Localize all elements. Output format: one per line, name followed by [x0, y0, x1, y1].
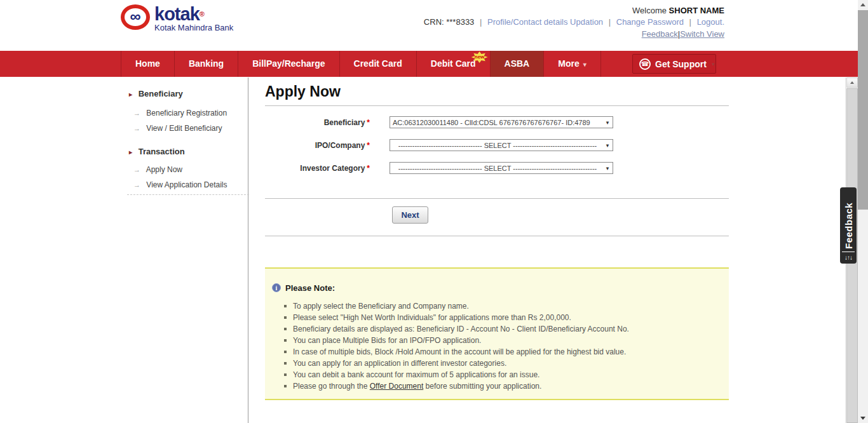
next-button[interactable]: Next — [392, 206, 428, 224]
nav-item-asba[interactable]: ASBA — [491, 51, 545, 77]
note-item: You can place Multiple Bids for an IPO/F… — [284, 335, 716, 346]
note-item: Beneficiary details are displayed as: Be… — [284, 323, 716, 335]
note-item: You can apply for an application in diff… — [284, 358, 716, 369]
feedback-tab[interactable]: Feedback ↓↑↓ — [840, 187, 857, 264]
triangle-bullet-icon: ▸ — [129, 91, 132, 98]
required-asterisk: * — [367, 164, 370, 173]
phone-icon: ☎ — [639, 58, 651, 70]
main-nav-bar: Home Banking BillPay/Recharge Credit Car… — [0, 51, 858, 77]
welcome-label: Welcome — [632, 6, 667, 15]
ipo-company-label: IPO/Company* — [265, 141, 370, 150]
square-bullet-icon — [284, 351, 287, 353]
kotak-logo-icon: ∞ — [121, 4, 150, 30]
sidebar-item-beneficiary-registration[interactable]: → Beneficiary Registration — [133, 109, 227, 117]
crn-label: CRN: ***8333 — [424, 17, 475, 27]
sidebar-section-beneficiary: ▸ Beneficiary — [129, 89, 183, 98]
feedback-tab-label: Feedback — [843, 187, 854, 252]
asba-apply-now-page: ∞ kotak® Kotak Mahindra Bank Welcome SHO… — [0, 0, 868, 423]
browser-scrollbar[interactable] — [858, 0, 868, 423]
brand-name: kotak® — [154, 6, 233, 22]
title-divider — [265, 105, 729, 106]
square-bullet-icon — [284, 373, 287, 376]
info-icon: i — [272, 283, 281, 292]
triangle-bullet-icon: ▸ — [129, 149, 132, 156]
chevron-down-icon: ▾ — [583, 61, 587, 68]
feedback-link[interactable]: Feedback — [642, 29, 678, 39]
chevron-down-icon: ▾ — [602, 119, 613, 126]
offer-document-link[interactable]: Offer Document — [370, 382, 423, 391]
square-bullet-icon — [284, 339, 287, 342]
form-divider-top — [265, 198, 729, 199]
scroll-up-icon[interactable] — [858, 0, 868, 10]
nav-item-billpay-recharge[interactable]: BillPay/Recharge — [238, 51, 339, 77]
nav-menu: Home Banking BillPay/Recharge Credit Car… — [121, 51, 601, 77]
header-user-area: Welcome SHORT NAME CRN: ***8333 | Profil… — [424, 6, 724, 41]
note-item: To apply select the Beneficiary and Comp… — [284, 300, 716, 312]
scroll-up-icon[interactable] — [846, 77, 858, 88]
nav-item-debit-card[interactable]: Debit Card new — [417, 51, 491, 77]
page-title: Apply Now — [265, 83, 341, 100]
nav-item-credit-card[interactable]: Credit Card — [340, 51, 417, 77]
scroll-down-icon[interactable] — [858, 413, 868, 423]
welcome-line: Welcome SHORT NAME — [424, 6, 724, 15]
arrow-right-icon: → — [133, 124, 140, 132]
note-item: You can debit a bank account for maximum… — [284, 369, 716, 380]
note-item: In case of multiple bids, Block /Hold Am… — [284, 346, 716, 358]
browser-scrollbar-thumb[interactable] — [858, 10, 868, 210]
ipo-company-select[interactable]: ------------------------------------ SEL… — [390, 139, 613, 151]
required-asterisk: * — [367, 141, 370, 150]
brand-tagline: Kotak Mahindra Bank — [154, 23, 233, 32]
nav-item-banking[interactable]: Banking — [175, 51, 238, 77]
beneficiary-label: Beneficiary* — [265, 118, 370, 127]
get-support-caret-icon: ▾ — [712, 61, 715, 67]
user-name: SHORT NAME — [669, 6, 724, 15]
note-title: Please Note: — [285, 283, 335, 293]
sidebar-item-apply-now[interactable]: → Apply Now — [133, 165, 182, 174]
sidebar-divider — [248, 77, 248, 423]
arrows-up-down-icon: ↓↑↓ — [844, 252, 852, 264]
sidebar-bottom-divider — [127, 194, 249, 195]
secondary-links-line: Feedback|Switch View — [424, 29, 724, 39]
sidebar-section-transaction: ▸ Transaction — [129, 147, 185, 156]
square-bullet-icon — [284, 305, 287, 307]
nav-item-more[interactable]: More▾ — [544, 51, 600, 77]
logout-link[interactable]: Logout. — [697, 17, 724, 27]
chevron-down-icon: ▾ — [602, 165, 613, 171]
square-bullet-icon — [284, 385, 287, 387]
square-bullet-icon — [284, 316, 287, 319]
beneficiary-select[interactable]: AC:06312030011480 - ClId:CDSL 6767676767… — [390, 116, 613, 128]
arrow-right-icon: → — [133, 181, 140, 189]
arrow-right-icon: → — [133, 109, 140, 117]
sidebar-item-view-edit-beneficiary[interactable]: → View / Edit Beneficiary — [133, 124, 222, 133]
chevron-down-icon: ▾ — [602, 142, 613, 149]
nav-item-home[interactable]: Home — [121, 51, 175, 77]
please-note-box: i Please Note: To apply select the Benef… — [265, 267, 729, 400]
get-support-button[interactable]: ☎ Get Support ▾ — [632, 54, 716, 74]
switch-view-link[interactable]: Switch View — [680, 29, 724, 39]
square-bullet-icon — [284, 362, 287, 365]
registered-mark: ® — [200, 10, 204, 18]
investor-category-select[interactable]: ------------------------------------ SEL… — [390, 162, 613, 174]
sidebar-item-view-application-details[interactable]: → View Application Details — [133, 180, 227, 189]
account-links-line: CRN: ***8333 | Profile/Contact details U… — [424, 17, 724, 27]
arrow-right-icon: → — [133, 166, 140, 173]
profile-updation-link[interactable]: Profile/Contact details Updation — [487, 17, 603, 27]
note-list: To apply select the Beneficiary and Comp… — [284, 300, 716, 392]
change-password-link[interactable]: Change Password — [616, 17, 684, 27]
brand-wordmark: kotak® Kotak Mahindra Bank — [154, 6, 233, 32]
new-badge: new — [471, 51, 488, 63]
form-divider-bottom — [265, 236, 729, 236]
required-asterisk: * — [367, 118, 370, 127]
square-bullet-icon — [284, 328, 287, 330]
note-item-offer-document: Please go through the Offer Document bef… — [284, 380, 716, 392]
note-item: Please select "High Net Worth Individual… — [284, 312, 716, 323]
investor-category-label: Investor Category* — [265, 164, 370, 173]
kotak-infinity-icon: ∞ — [130, 9, 140, 24]
